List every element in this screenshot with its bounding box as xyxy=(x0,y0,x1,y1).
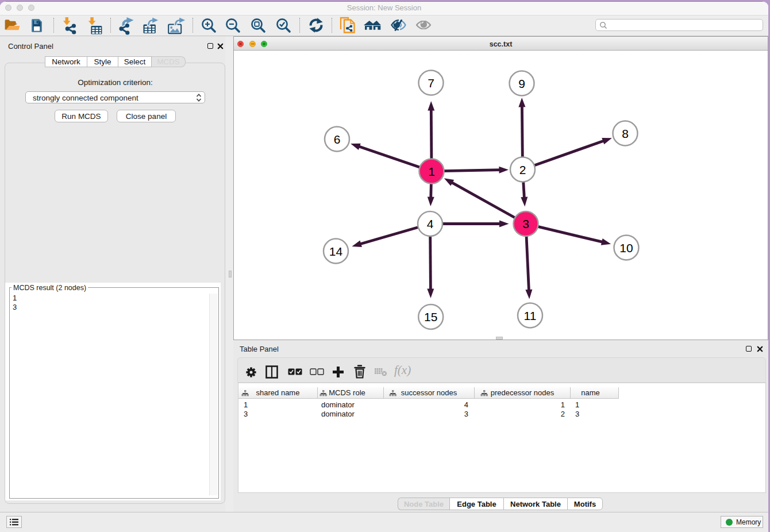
svg-text:6: 6 xyxy=(334,133,341,146)
svg-text:14: 14 xyxy=(329,245,343,258)
svg-text:11: 11 xyxy=(524,309,537,322)
svg-text:1: 1 xyxy=(428,165,435,178)
svg-text:2: 2 xyxy=(519,163,526,176)
svg-text:3: 3 xyxy=(522,217,529,230)
svg-text:7: 7 xyxy=(428,76,434,90)
svg-text:10: 10 xyxy=(619,241,633,255)
svg-text:4: 4 xyxy=(427,217,434,230)
svg-text:8: 8 xyxy=(622,127,629,140)
svg-text:15: 15 xyxy=(424,310,437,323)
svg-text:9: 9 xyxy=(518,77,525,90)
